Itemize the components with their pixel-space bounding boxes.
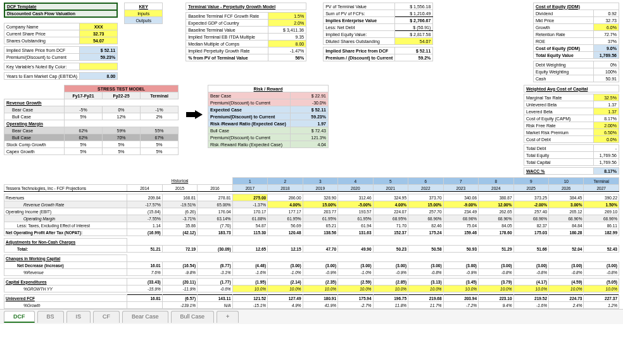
cell[interactable]: 63.14% bbox=[198, 215, 232, 222]
cell[interactable]: 224.73 bbox=[549, 295, 584, 302]
cell[interactable]: (3.00) bbox=[408, 262, 443, 269]
shares[interactable]: 54.07 bbox=[80, 37, 118, 44]
cell[interactable]: 50.23 bbox=[373, 246, 408, 253]
wacc-mtr-v[interactable]: 32.5% bbox=[594, 94, 619, 101]
cell[interactable]: 0% bbox=[103, 106, 141, 113]
cell[interactable]: 62% bbox=[65, 127, 103, 134]
cell[interactable]: (3.00) bbox=[268, 262, 303, 269]
cell[interactable]: 4.00% bbox=[373, 201, 408, 208]
cell[interactable]: 50.93 bbox=[443, 246, 478, 253]
cell[interactable]: 1.2% bbox=[584, 302, 619, 309]
projection-table[interactable]: Historical 12345678910 Terminal Tessera … bbox=[4, 177, 619, 309]
cell[interactable]: -9.00% bbox=[443, 201, 478, 208]
cell[interactable]: (3.00) bbox=[443, 262, 478, 269]
cell[interactable]: 65.21 bbox=[303, 222, 337, 229]
tab-dcf[interactable]: DCF bbox=[4, 311, 35, 323]
cell[interactable]: (3.00) bbox=[479, 262, 513, 269]
cell[interactable]: (42.12) bbox=[162, 229, 197, 236]
cell[interactable]: 390.22 bbox=[584, 194, 619, 201]
cell[interactable]: 10.0% bbox=[584, 286, 619, 292]
cell[interactable]: -11.9% bbox=[162, 286, 197, 292]
cell[interactable]: 328.90 bbox=[303, 194, 337, 201]
cell[interactable]: -0.9% bbox=[303, 269, 337, 276]
cell[interactable]: 72.19 bbox=[162, 246, 197, 253]
cell[interactable]: -139.1% bbox=[162, 302, 197, 309]
cell[interactable]: 10.0% bbox=[549, 286, 584, 292]
cell[interactable]: -5% bbox=[65, 106, 103, 113]
tab-bs[interactable]: BS bbox=[37, 311, 64, 323]
tab-add[interactable]: + bbox=[217, 311, 239, 323]
cell[interactable]: 67% bbox=[141, 134, 179, 141]
cell[interactable]: 55% bbox=[141, 127, 179, 134]
cell[interactable]: (33.43) bbox=[127, 279, 162, 286]
cell[interactable]: 82.37 bbox=[513, 222, 548, 229]
keyvar-cell[interactable] bbox=[80, 63, 118, 70]
cell[interactable]: -0.8% bbox=[513, 269, 548, 276]
cell[interactable]: 62% bbox=[65, 134, 103, 141]
cell[interactable]: (3.00) bbox=[338, 262, 373, 269]
cell[interactable]: 9.4% bbox=[479, 302, 513, 309]
cell[interactable]: 11.8% bbox=[373, 302, 408, 309]
cell[interactable]: 10.0% bbox=[232, 286, 267, 292]
cell[interactable]: 178.60 bbox=[479, 229, 513, 236]
cell[interactable]: -0.8% bbox=[584, 269, 619, 276]
cell[interactable]: 183.73 bbox=[198, 229, 232, 236]
cell[interactable]: (2.85) bbox=[373, 279, 408, 286]
cell[interactable]: 16.81 bbox=[127, 295, 162, 302]
cell[interactable]: -0.8% bbox=[408, 269, 443, 276]
cell[interactable]: (1.77) bbox=[198, 279, 232, 286]
wacc-mrp-v[interactable]: 6.50% bbox=[594, 129, 619, 136]
cell[interactable]: (4.59) bbox=[549, 279, 584, 286]
cell[interactable]: 61.94 bbox=[338, 222, 373, 229]
cell[interactable]: 180.91 bbox=[303, 295, 337, 302]
cell[interactable]: 10.0% bbox=[443, 286, 478, 292]
cell[interactable]: (16.54) bbox=[162, 262, 197, 269]
cell[interactable]: 68.96% bbox=[443, 215, 478, 222]
cell[interactable]: 219.52 bbox=[513, 295, 548, 302]
cell[interactable]: 175.94 bbox=[338, 295, 373, 302]
cell[interactable]: 380.87 bbox=[479, 194, 513, 201]
cell[interactable]: 61.88% bbox=[232, 215, 267, 222]
cell[interactable]: 4.00% bbox=[268, 201, 303, 208]
cell[interactable]: (30.09) bbox=[198, 246, 232, 253]
cell[interactable]: 84.84 bbox=[549, 222, 584, 229]
cell[interactable]: 1.14 bbox=[127, 222, 162, 229]
cell[interactable]: -1.0% bbox=[268, 269, 303, 276]
cell[interactable]: 35.86 bbox=[162, 222, 197, 229]
cell[interactable]: 227.37 bbox=[584, 295, 619, 302]
cell[interactable]: 224.07 bbox=[373, 208, 408, 215]
cell[interactable]: 10.0% bbox=[268, 286, 303, 292]
term-r1v[interactable]: 1.5% bbox=[268, 13, 306, 20]
cell[interactable]: -19.51% bbox=[162, 201, 197, 208]
cell[interactable]: 278.81 bbox=[198, 194, 232, 201]
cell[interactable]: 51.29 bbox=[479, 246, 513, 253]
cell[interactable]: (4.17) bbox=[513, 279, 548, 286]
cell[interactable]: 209.84 bbox=[127, 194, 162, 201]
cell[interactable]: 68.96% bbox=[479, 215, 513, 222]
cell[interactable]: 5% bbox=[141, 148, 179, 155]
cell[interactable]: 61.95% bbox=[338, 215, 373, 222]
tab-bear[interactable]: Bear Case bbox=[122, 311, 168, 323]
cell[interactable]: 10.0% bbox=[408, 286, 443, 292]
cell[interactable]: -0.9% bbox=[443, 269, 478, 276]
cell[interactable]: 5% bbox=[65, 113, 103, 120]
cell[interactable]: 5% bbox=[65, 148, 103, 155]
cell[interactable]: 15.00% bbox=[408, 201, 443, 208]
cell[interactable]: 175.03 bbox=[513, 229, 548, 236]
cell[interactable]: 10.0% bbox=[373, 286, 408, 292]
cell[interactable]: 275.00 bbox=[232, 194, 267, 201]
cell[interactable]: (6.26) bbox=[162, 208, 197, 215]
cell[interactable]: 180.28 bbox=[549, 229, 584, 236]
cell[interactable]: -5.00% bbox=[338, 201, 373, 208]
cell[interactable]: 5% bbox=[141, 141, 179, 148]
cell[interactable]: 177.17 bbox=[268, 208, 303, 215]
cell[interactable]: -1.0% bbox=[338, 269, 373, 276]
cell[interactable]: (15.84) bbox=[127, 208, 162, 215]
cell[interactable]: (20.11) bbox=[162, 279, 197, 286]
cell[interactable]: 12.00% bbox=[479, 201, 513, 208]
cell[interactable]: 121.52 bbox=[232, 295, 267, 302]
cell[interactable]: 324.95 bbox=[373, 194, 408, 201]
cell[interactable]: 41.9% bbox=[303, 302, 337, 309]
cell[interactable]: (16.99) bbox=[127, 229, 162, 236]
cell[interactable]: 10.0% bbox=[479, 286, 513, 292]
